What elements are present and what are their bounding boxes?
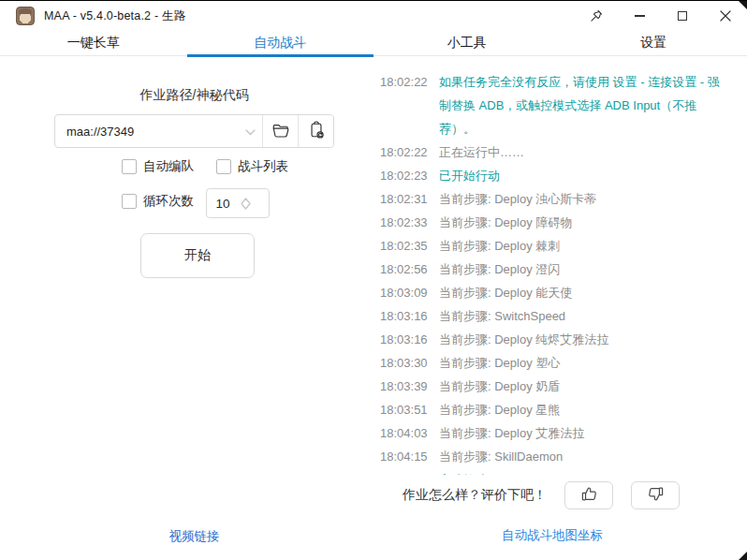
log-timestamp: 18:04:03 bbox=[380, 421, 427, 445]
loop-count-input[interactable] bbox=[207, 197, 239, 211]
stepper-diamond-icon[interactable] bbox=[241, 198, 251, 210]
log-timestamp: 18:03:09 bbox=[380, 281, 427, 304]
loop-times-option: 循环次数 bbox=[122, 193, 194, 210]
log-entry: 18:04:03 当前步骤: Deploy 艾雅法拉 bbox=[380, 421, 727, 445]
loop-times-label: 循环次数 bbox=[143, 193, 194, 210]
log-timestamp: 18:04:15 bbox=[380, 445, 427, 468]
log-entry: 18:03:51 当前步骤: Deploy 星熊 bbox=[380, 398, 727, 421]
auto-formation-checkbox[interactable] bbox=[122, 159, 137, 174]
paste-clipboard-button[interactable] bbox=[299, 115, 333, 147]
log-message: 已开始行动 bbox=[439, 164, 727, 187]
log-entry: 18:03:39 当前步骤: Deploy 奶盾 bbox=[380, 375, 727, 398]
rating-prompt: 作业怎么样？评价下吧！ bbox=[403, 487, 547, 504]
log-entry: 18:05:27 完成战斗 bbox=[380, 468, 727, 475]
battle-list-label: 战斗列表 bbox=[238, 158, 288, 175]
tab-settings-label: 设置 bbox=[640, 35, 666, 52]
battle-list-checkbox[interactable] bbox=[216, 159, 231, 174]
log-list: 18:02:22 如果任务完全没有反应，请使用 设置 - 连接设置 - 强制替换… bbox=[380, 74, 727, 475]
log-timestamp: 18:03:39 bbox=[380, 375, 427, 398]
minimize-button[interactable] bbox=[618, 2, 661, 30]
auto-formation-label: 自动编队 bbox=[143, 158, 194, 175]
log-timestamp: 18:03:30 bbox=[380, 351, 427, 375]
log-message: 当前步骤: Deploy 艾雅法拉 bbox=[439, 421, 727, 445]
log-timestamp: 18:02:22 bbox=[380, 140, 427, 164]
window-title: MAA - v5.4.0-beta.2 - 生路 bbox=[44, 8, 185, 24]
window-corner-bottom-right bbox=[739, 552, 747, 560]
like-button[interactable] bbox=[564, 481, 613, 509]
log-message: 当前步骤: Deploy 浊心斯卡蒂 bbox=[439, 187, 727, 211]
app-icon bbox=[16, 7, 35, 25]
pin-button[interactable] bbox=[575, 2, 618, 30]
log-entry: 18:04:15 当前步骤: SkillDaemon bbox=[380, 445, 727, 468]
log-message: 当前步骤: Deploy 棘刺 bbox=[439, 234, 727, 258]
log-entry: 18:03:16 当前步骤: Deploy 纯烬艾雅法拉 bbox=[380, 328, 727, 351]
thumbs-up-icon bbox=[580, 485, 598, 506]
start-button[interactable]: 开始 bbox=[140, 233, 255, 278]
maximize-icon bbox=[678, 11, 687, 21]
log-message: 当前步骤: Deploy 能天使 bbox=[439, 281, 727, 304]
log-entry: 18:02:22 如果任务完全没有反应，请使用 设置 - 连接设置 - 强制替换… bbox=[380, 74, 727, 140]
tab-copilot-label: 自动战斗 bbox=[254, 35, 306, 52]
log-entry: 18:02:35 当前步骤: Deploy 棘刺 bbox=[380, 234, 727, 258]
pin-icon bbox=[588, 7, 605, 24]
log-timestamp: 18:02:23 bbox=[380, 164, 427, 187]
copilot-code-input[interactable] bbox=[55, 115, 238, 147]
checkbox-row-1: 自动编队 战斗列表 bbox=[122, 158, 288, 175]
video-link[interactable]: 视频链接 bbox=[54, 528, 334, 545]
log-message: 当前步骤: Deploy 奶盾 bbox=[439, 375, 727, 398]
log-entry: 18:02:22 正在运行中…… bbox=[380, 140, 727, 164]
log-timestamp: 18:03:51 bbox=[380, 398, 427, 421]
log-entry: 18:02:23 已开始行动 bbox=[380, 164, 727, 187]
log-timestamp: 18:05:27 bbox=[380, 468, 427, 475]
log-message: 正在运行中…… bbox=[439, 140, 727, 164]
log-message: 当前步骤: Deploy 澄闪 bbox=[439, 258, 727, 281]
titlebar: MAA - v5.4.0-beta.2 - 生路 bbox=[0, 2, 747, 30]
tab-settings[interactable]: 设置 bbox=[561, 30, 747, 55]
maximize-button[interactable] bbox=[661, 2, 704, 30]
minimize-icon bbox=[635, 15, 645, 16]
tab-farming[interactable]: 一键长草 bbox=[0, 30, 187, 55]
clipboard-paste-icon bbox=[308, 121, 325, 142]
loop-times-checkbox[interactable] bbox=[122, 194, 137, 209]
log-entry: 18:02:56 当前步骤: Deploy 澄闪 bbox=[380, 258, 727, 281]
log-message: 当前步骤: Deploy 星熊 bbox=[439, 398, 727, 421]
log-message: 当前步骤: Deploy 纯烬艾雅法拉 bbox=[439, 328, 727, 351]
tab-copilot[interactable]: 自动战斗 bbox=[187, 30, 374, 55]
close-icon bbox=[720, 10, 731, 22]
log-timestamp: 18:02:31 bbox=[380, 187, 427, 211]
auto-formation-option: 自动编队 bbox=[122, 158, 194, 175]
log-timestamp: 18:03:16 bbox=[380, 304, 427, 328]
log-message: 当前步骤: Deploy 塑心 bbox=[439, 351, 727, 375]
caption-buttons bbox=[575, 2, 747, 30]
window-corner-top-right bbox=[739, 1, 747, 9]
log-entry: 18:03:16 当前步骤: SwitchSpeed bbox=[380, 304, 727, 328]
log-message: 如果任务完全没有反应，请使用 设置 - 连接设置 - 强制替换 ADB，或触控模… bbox=[439, 74, 727, 140]
log-timestamp: 18:02:56 bbox=[380, 258, 427, 281]
tab-tools[interactable]: 小工具 bbox=[374, 30, 561, 55]
battle-list-option: 战斗列表 bbox=[216, 158, 288, 175]
log-timestamp: 18:02:22 bbox=[380, 74, 427, 140]
log-message: 当前步骤: Deploy 障碍物 bbox=[439, 211, 727, 234]
section-title: 作业路径/神秘代码 bbox=[54, 87, 334, 104]
tab-tools-label: 小工具 bbox=[447, 35, 487, 52]
log-timestamp: 18:02:33 bbox=[380, 211, 427, 234]
log-message: 当前步骤: SkillDaemon bbox=[439, 445, 727, 468]
log-message: 当前步骤: SwitchSpeed bbox=[439, 304, 727, 328]
log-entry: 18:02:33 当前步骤: Deploy 障碍物 bbox=[380, 211, 727, 234]
copilot-panel: 作业路径/神秘代码 bbox=[0, 57, 374, 505]
tabbar: 一键长草 自动战斗 小工具 设置 bbox=[0, 30, 747, 56]
dislike-button[interactable] bbox=[631, 481, 680, 509]
log-timestamp: 18:03:16 bbox=[380, 328, 427, 351]
log-timestamp: 18:02:35 bbox=[380, 234, 427, 258]
open-file-button[interactable] bbox=[263, 115, 298, 147]
log-scroll-viewer[interactable]: 18:02:22 如果任务完全没有反应，请使用 设置 - 连接设置 - 强制替换… bbox=[380, 74, 727, 475]
combobox-dropdown-button[interactable] bbox=[238, 115, 262, 147]
copilot-code-combobox bbox=[54, 114, 334, 148]
log-entry: 18:03:09 当前步骤: Deploy 能天使 bbox=[380, 281, 727, 304]
log-entry: 18:02:31 当前步骤: Deploy 浊心斯卡蒂 bbox=[380, 187, 727, 211]
folder-icon bbox=[271, 122, 290, 141]
copilot-map-coordinates-link[interactable]: 自动战斗地图坐标 bbox=[445, 527, 660, 544]
thumbs-down-icon bbox=[647, 485, 665, 506]
rating-row: 作业怎么样？评价下吧！ bbox=[382, 480, 680, 510]
tab-farming-label: 一键长草 bbox=[67, 35, 120, 52]
